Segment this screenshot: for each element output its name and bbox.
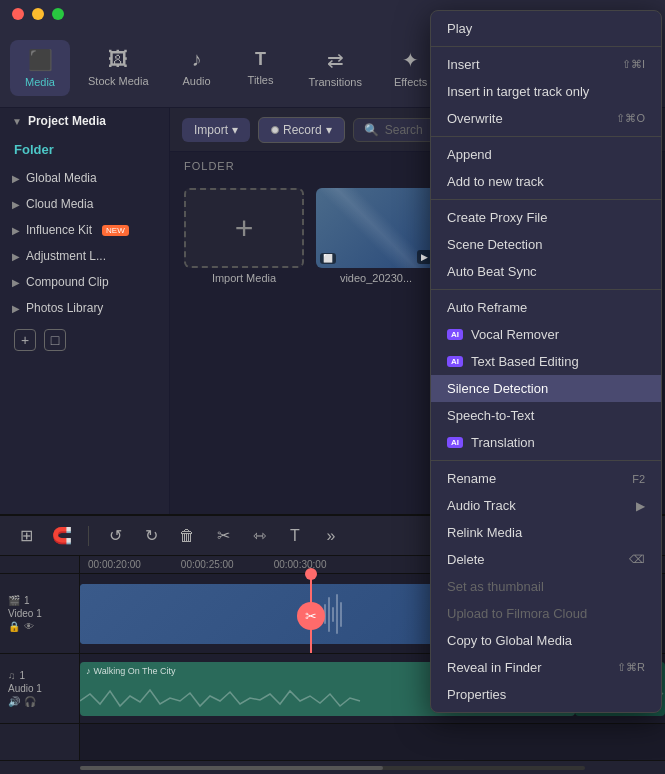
menu-relink-media-label: Relink Media [447,525,522,540]
close-button[interactable] [12,8,24,20]
arrow-icon-5: ▶ [12,251,20,262]
magnet-icon[interactable]: 🧲 [48,522,76,550]
menu-item-play[interactable]: Play [431,15,661,42]
more-button[interactable]: » [317,522,345,550]
redo-button[interactable]: ↻ [137,522,165,550]
waveform-svg-1 [80,686,380,716]
ruler-mark-1: 00:00:20:00 [88,559,141,570]
menu-item-add-new-track[interactable]: Add to new track [431,168,661,195]
sidebar-item-cloud-media[interactable]: ▶ Cloud Media [0,191,169,217]
sidebar-project-media-label: Project Media [28,114,106,128]
media-import-item[interactable]: + Import Media [184,188,304,284]
menu-item-reveal-finder[interactable]: Reveal in Finder ⇧⌘R [431,654,661,681]
menu-item-auto-beat-sync[interactable]: Auto Beat Sync [431,258,661,285]
video-thumb[interactable]: ▶ ⬜ [316,188,436,268]
menu-item-speech-to-text[interactable]: Speech-to-Text [431,402,661,429]
menu-item-silence-detection[interactable]: Silence Detection [431,375,661,402]
menu-item-relink-media[interactable]: Relink Media [431,519,661,546]
sidebar-item-adjustment[interactable]: ▶ Adjustment L... [0,243,169,269]
toolbar-audio[interactable]: ♪ Audio [167,40,227,95]
toolbar-media-label: Media [25,76,55,88]
playhead[interactable]: ✂ [310,574,312,653]
toolbar-stock-media[interactable]: 🖼 Stock Media [74,40,163,95]
record-label: Record [283,123,322,137]
split-button[interactable]: ⇿ [245,522,273,550]
volume-icon[interactable]: 🔊 [8,696,20,707]
menu-audio-track-label: Audio Track [447,498,516,513]
audio-clip-1-label: ♪ Walking On The City [86,666,176,676]
sidebar-item-compound-clip[interactable]: ▶ Compound Clip [0,269,169,295]
menu-item-auto-reframe[interactable]: Auto Reframe [431,294,661,321]
clip-indicator: ⬜ [320,253,336,264]
video-media-label: video_20230... [340,272,412,284]
minimize-button[interactable] [32,8,44,20]
cut-button[interactable]: ✂ [209,522,237,550]
audio-clip-1-title: Walking On The City [94,666,176,676]
audio-track-name: Audio 1 [8,683,71,694]
menu-item-delete[interactable]: Delete ⌫ [431,546,661,573]
menu-reveal-finder-label: Reveal in Finder [447,660,542,675]
menu-rename-shortcut: F2 [632,473,645,485]
add-item-button[interactable]: □ [44,329,66,351]
eye-icon[interactable]: 👁 [24,621,34,632]
arrow-icon-4: ▶ [12,225,20,236]
menu-item-scene-detection[interactable]: Scene Detection [431,231,661,258]
headphone-icon[interactable]: 🎧 [24,696,36,707]
menu-item-vocal-remover[interactable]: AI Vocal Remover [431,321,661,348]
sidebar-item-project-media[interactable]: ▼ Project Media [0,108,169,134]
playhead-top [305,568,317,580]
undo-button[interactable]: ↺ [101,522,129,550]
sidebar-item-photos-library[interactable]: ▶ Photos Library [0,295,169,321]
record-button[interactable]: Record ▾ [258,117,345,143]
menu-item-create-proxy[interactable]: Create Proxy File [431,204,661,231]
menu-item-insert[interactable]: Insert ⇧⌘I [431,51,661,78]
plus-icon: + [235,210,254,247]
new-badge: NEW [102,225,129,236]
menu-delete-shortcut: ⌫ [629,553,645,566]
menu-set-thumbnail-label: Set as thumbnail [447,579,544,594]
menu-create-proxy-label: Create Proxy File [447,210,547,225]
toolbar-audio-label: Audio [182,75,210,87]
ruler-mark-2: 00:00:25:00 [181,559,234,570]
menu-item-audio-track[interactable]: Audio Track ▶ [431,492,661,519]
scissors-icon[interactable]: ✂ [297,602,325,630]
scrollbar-thumb[interactable] [80,766,383,770]
menu-append-label: Append [447,147,492,162]
menu-item-properties[interactable]: Properties [431,681,661,708]
menu-item-overwrite[interactable]: Overwrite ⇧⌘O [431,105,661,132]
audio-track-num: 1 [20,670,26,681]
import-placeholder-thumb[interactable]: + [184,188,304,268]
menu-separator-4 [431,289,661,290]
sidebar-item-global-media[interactable]: ▶ Global Media [0,165,169,191]
folder-label: Folder [0,134,169,165]
maximize-button[interactable] [52,8,64,20]
arrow-icon-2: ▶ [12,173,20,184]
menu-item-copy-global[interactable]: Copy to Global Media [431,627,661,654]
toolbar-titles[interactable]: T Titles [231,41,291,94]
add-folder-button[interactable]: + [14,329,36,351]
submenu-arrow-icon: ▶ [636,499,645,513]
sidebar-item-influence-kit[interactable]: ▶ Influence Kit NEW [0,217,169,243]
import-button[interactable]: Import ▾ [182,118,250,142]
timeline-scrollbar[interactable] [0,760,665,774]
menu-item-append[interactable]: Append [431,141,661,168]
video-clip-waveform [324,594,342,634]
sidebar-add-row: + □ [0,321,169,359]
menu-item-insert-target[interactable]: Insert in target track only [431,78,661,105]
toolbar-media[interactable]: ⬛ Media [10,40,70,96]
stock-media-icon: 🖼 [108,48,128,71]
menu-rename-label: Rename [447,471,496,486]
search-placeholder: Search [385,123,423,137]
delete-button[interactable]: 🗑 [173,522,201,550]
menu-item-text-based-editing[interactable]: AI Text Based Editing [431,348,661,375]
media-video-item[interactable]: ▶ ⬜ video_20230... [316,188,436,284]
text-button[interactable]: T [281,522,309,550]
divider [88,526,89,546]
scrollbar-track [80,766,585,770]
menu-item-rename[interactable]: Rename F2 [431,465,661,492]
menu-item-ai-translation[interactable]: AI Translation [431,429,661,456]
toolbar-transitions[interactable]: ⇄ Transitions [295,40,376,96]
group-icon[interactable]: ⊞ [12,522,40,550]
menu-delete-label: Delete [447,552,485,567]
lock-icon[interactable]: 🔒 [8,621,20,632]
